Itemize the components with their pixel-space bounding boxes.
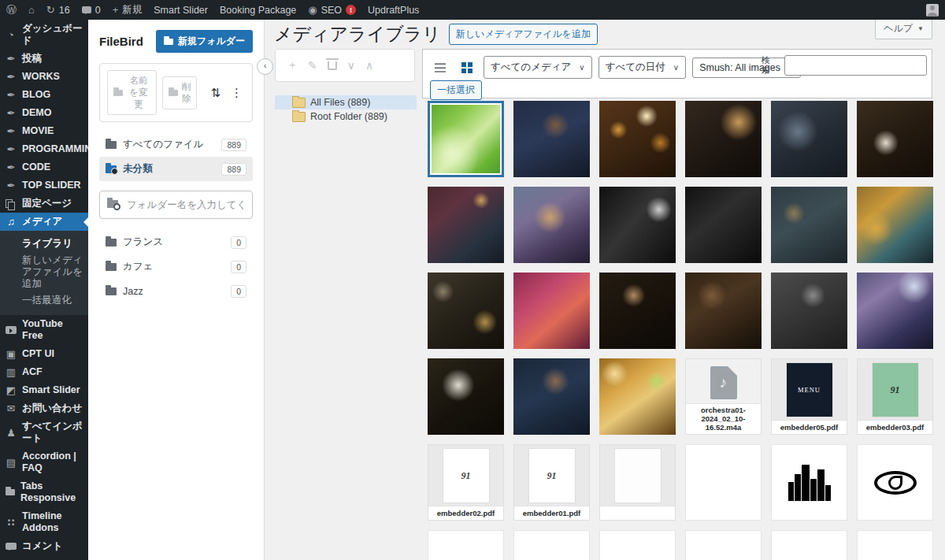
media-type-filter[interactable]: すべてのメディア∨ bbox=[484, 56, 592, 79]
media-item-upright-bass-player[interactable] bbox=[857, 273, 933, 349]
media-item-curly-haired-singer[interactable] bbox=[513, 187, 590, 263]
chevron-up-icon[interactable]: ∧ bbox=[365, 59, 373, 72]
sidebar-item-dflip-books[interactable]: ▯dFlip Books bbox=[0, 555, 88, 560]
media-item-partial-5[interactable]: ◯ bbox=[771, 530, 847, 560]
collapse-panel-button[interactable]: ‹ bbox=[257, 58, 273, 75]
media-item-singer-navy-2[interactable] bbox=[513, 358, 590, 435]
media-item-trumpet-player[interactable] bbox=[771, 187, 847, 263]
sidebar-item-programming[interactable]: ✒PROGRAMMING bbox=[0, 140, 88, 158]
my-account[interactable] bbox=[926, 4, 939, 17]
filebird-folder-france[interactable]: フランス0 bbox=[99, 230, 253, 254]
tree-item-all-files[interactable]: All Files (889) bbox=[275, 95, 417, 109]
submenu-item-add-new-media[interactable]: 新しいメディアファイルを追加 bbox=[22, 252, 83, 292]
admin-bar-smart-slider[interactable]: Smart Slider bbox=[154, 5, 208, 16]
rename-folder-button[interactable]: 名前を変更 bbox=[107, 70, 157, 115]
media-item-drummer-warm[interactable] bbox=[685, 101, 762, 177]
media-item-sax-player-leaning[interactable] bbox=[428, 358, 504, 435]
admin-bar-booking-package[interactable]: Booking Package bbox=[220, 5, 296, 16]
sidebar-item-media[interactable]: ♫メディア bbox=[0, 213, 88, 231]
sidebar-item-accordion-faq[interactable]: ▤Accordion | FAQ bbox=[0, 447, 88, 477]
sidebar-item-top-slider[interactable]: ✒TOP SLIDER bbox=[0, 176, 88, 195]
submenu-item-bulk-optimize[interactable]: 一括最適化 bbox=[22, 292, 83, 309]
media-item-vintage-mic-bokeh[interactable] bbox=[599, 101, 676, 177]
sidebar-item-acf[interactable]: ▥ACF bbox=[0, 363, 88, 381]
sidebar-item-youtube-free[interactable]: YouTube Free bbox=[0, 315, 88, 345]
folder-name-input[interactable] bbox=[99, 191, 253, 219]
bulk-select-button[interactable]: 一括選択 bbox=[430, 80, 482, 100]
media-item-pdf-blank[interactable] bbox=[599, 444, 676, 521]
media-item-red-saxophone[interactable] bbox=[513, 273, 590, 349]
delete-folder-icon[interactable] bbox=[328, 61, 337, 70]
admin-bar-seo[interactable]: ◉SEO! bbox=[308, 5, 356, 16]
media-item-partial-4[interactable]: ♟ bbox=[685, 530, 762, 560]
kebab-menu-icon[interactable]: ⋮ bbox=[228, 86, 245, 100]
filebird-folder-uncategorized[interactable]: 未分類889 bbox=[99, 157, 253, 181]
sidebar-item-import-all[interactable]: ♟すべてインポート bbox=[0, 417, 88, 447]
list-view-button[interactable] bbox=[430, 57, 450, 78]
admin-bar-wp-logo[interactable]: Ⓦ bbox=[6, 5, 17, 15]
filebird-folder-all-files[interactable]: すべてのファイル889 bbox=[99, 132, 253, 157]
media-item-icon-city-skyline[interactable] bbox=[771, 444, 847, 521]
date-filter[interactable]: すべての日付∨ bbox=[598, 56, 687, 79]
media-item-partial-6[interactable]: ∣ bbox=[857, 530, 933, 560]
sidebar-item-smart-slider[interactable]: ◩Smart Slider bbox=[0, 381, 88, 399]
edit-folder-icon[interactable]: ✎ bbox=[308, 59, 317, 72]
folder-icon bbox=[106, 287, 117, 295]
sidebar-item-blog[interactable]: ✒BLOG bbox=[0, 86, 88, 104]
sidebar-item-dashboard[interactable]: ◔ダッシュボード bbox=[0, 20, 88, 50]
chevron-down-icon[interactable]: ∨ bbox=[347, 59, 355, 72]
media-item-woman-trumpet[interactable] bbox=[599, 273, 676, 349]
sidebar-item-comments[interactable]: コメント bbox=[0, 537, 88, 555]
sidebar-item-demo[interactable]: ✒DEMO bbox=[0, 104, 88, 122]
city-glyph bbox=[788, 465, 831, 501]
admin-bar-new[interactable]: +新規 bbox=[113, 3, 143, 17]
media-item-pdf-embedder05[interactable]: MENUembedder05.pdf bbox=[771, 358, 847, 435]
media-item-singer-navy[interactable] bbox=[513, 101, 590, 177]
media-item-saxophones-stage[interactable] bbox=[857, 187, 933, 263]
media-item-guitarist[interactable] bbox=[771, 273, 847, 349]
media-item-sax-player-hat[interactable] bbox=[428, 273, 504, 349]
add-folder-icon[interactable]: ＋ bbox=[287, 58, 298, 72]
media-item-drummer-silhouette[interactable] bbox=[685, 187, 762, 263]
sort-icon[interactable]: ⇅ bbox=[208, 86, 223, 100]
delete-folder-button[interactable]: 削除 bbox=[162, 76, 198, 109]
media-item-audio-orchestra[interactable]: ♪orchestra01-2024_02_10-16.52.m4a bbox=[685, 358, 762, 435]
media-item-pdf-embedder01[interactable]: 91embedder01.pdf bbox=[513, 444, 590, 521]
media-item-green-leaves[interactable] bbox=[428, 101, 504, 177]
sidebar-item-code[interactable]: ✒CODE bbox=[0, 158, 88, 176]
media-item-pdf-embedder02[interactable]: 91embedder02.pdf bbox=[428, 444, 504, 521]
admin-bar-site-home[interactable]: ⌂ bbox=[28, 5, 35, 15]
sidebar-item-tabs-responsive[interactable]: Tabs Responsive bbox=[0, 477, 88, 507]
media-item-partial-2[interactable]: ↟ bbox=[513, 530, 590, 560]
media-item-pianist-smiling[interactable] bbox=[857, 101, 933, 177]
sidebar-item-timeline-addons[interactable]: ∷Timeline Addons bbox=[0, 507, 88, 537]
filebird-folder-cafe[interactable]: カフェ0 bbox=[99, 254, 253, 279]
media-item-cocktail-on-sax[interactable] bbox=[599, 358, 676, 435]
media-search-input[interactable] bbox=[784, 55, 927, 76]
sidebar-item-pages[interactable]: 固定ページ bbox=[0, 195, 88, 213]
media-item-icon-sunglasses[interactable] bbox=[685, 444, 762, 521]
tree-item-root-folder[interactable]: Root Folder (889) bbox=[275, 109, 417, 124]
media-item-pdf-embedder03[interactable]: 91embedder03.pdf bbox=[857, 358, 933, 435]
sidebar-item-cpt-ui[interactable]: ▣CPT UI bbox=[0, 345, 88, 363]
media-item-pianist-grand[interactable] bbox=[685, 273, 762, 349]
media-item-icon-eye[interactable] bbox=[857, 444, 933, 521]
admin-bar-updraftplus[interactable]: UpdraftPlus bbox=[368, 5, 419, 16]
sidebar-item-contact[interactable]: ✉お問い合わせ bbox=[0, 399, 88, 417]
submenu-item-library[interactable]: ライブラリ bbox=[22, 235, 83, 252]
sidebar-item-posts[interactable]: ✒投稿 bbox=[0, 50, 88, 68]
add-new-media-button[interactable]: 新しいメディアファイルを追加 bbox=[449, 24, 598, 45]
admin-bar-comments[interactable]: 0 bbox=[82, 5, 101, 16]
media-item-partial-1[interactable]: ℓ bbox=[428, 530, 504, 560]
sidebar-item-movie[interactable]: ✒MOVIE bbox=[0, 122, 88, 140]
media-item-partial-3[interactable]: ∿ bbox=[599, 530, 676, 560]
media-item-drum-kit[interactable] bbox=[771, 101, 847, 177]
media-item-violin-and-mic[interactable] bbox=[599, 187, 676, 263]
sidebar-item-works[interactable]: ✒WORKS bbox=[0, 68, 88, 86]
help-button[interactable]: ヘルプ ▼ bbox=[875, 20, 932, 39]
filebird-folder-jazz[interactable]: Jazz0 bbox=[99, 279, 253, 303]
grid-view-button[interactable] bbox=[457, 57, 477, 78]
new-folder-button[interactable]: 新規フォルダー bbox=[156, 30, 253, 53]
admin-bar-updates[interactable]: ↻16 bbox=[46, 5, 70, 16]
media-item-double-bass-stage[interactable] bbox=[428, 187, 504, 263]
